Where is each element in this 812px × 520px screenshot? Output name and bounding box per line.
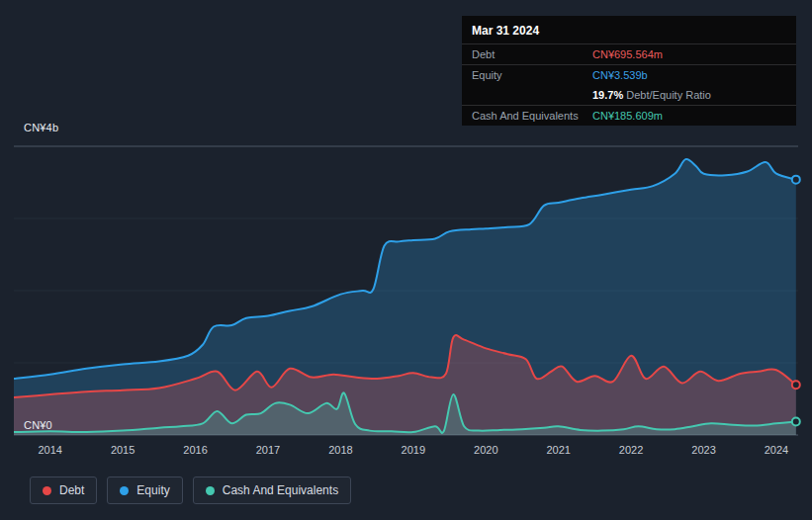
x-tick-label: 2024 bbox=[765, 444, 788, 456]
tooltip-equity-label: Equity bbox=[472, 69, 592, 81]
y-axis-label-bottom: CN¥0 bbox=[24, 419, 52, 431]
x-tick-label: 2019 bbox=[402, 444, 425, 456]
cash-dot-icon bbox=[206, 486, 215, 495]
debt-equity-history-chart: CN¥4b CN¥0 20142015201620172018201920202… bbox=[0, 0, 812, 520]
legend-item-equity[interactable]: Equity bbox=[107, 477, 182, 504]
x-tick-label: 2014 bbox=[38, 444, 61, 456]
x-tick-label: 2015 bbox=[111, 444, 135, 456]
ratio-label: Debt/Equity Ratio bbox=[626, 89, 711, 101]
y-axis-label-top: CN¥4b bbox=[24, 122, 58, 133]
tooltip-cash-label: Cash And Equivalents bbox=[472, 110, 592, 122]
x-tick-label: 2017 bbox=[256, 444, 280, 456]
legend-item-debt[interactable]: Debt bbox=[30, 477, 97, 504]
debt-dot-icon bbox=[43, 486, 51, 495]
x-tick-label: 2022 bbox=[619, 444, 643, 456]
x-tick-label: 2018 bbox=[328, 444, 352, 456]
legend-item-cash[interactable]: Cash And Equivalents bbox=[193, 477, 351, 504]
tooltip-row-ratio: 19.7% Debt/Equity Ratio bbox=[462, 85, 796, 105]
tooltip-debt-label: Debt bbox=[472, 48, 592, 60]
legend-equity-label: Equity bbox=[136, 483, 169, 497]
tooltip-row-debt: Debt CN¥695.564m bbox=[462, 43, 796, 64]
ratio-percent: 19.7% bbox=[592, 89, 623, 101]
tooltip-cash-value: CN¥185.609m bbox=[592, 110, 663, 122]
tooltip-debt-value: CN¥695.564m bbox=[592, 48, 663, 60]
legend-cash-label: Cash And Equivalents bbox=[223, 483, 338, 497]
legend-debt-label: Debt bbox=[59, 483, 84, 497]
tooltip-ratio-value: 19.7% Debt/Equity Ratio bbox=[592, 89, 711, 101]
x-tick-label: 2021 bbox=[546, 444, 570, 456]
tooltip-row-equity: Equity CN¥3.539b bbox=[462, 64, 796, 85]
legend: Debt Equity Cash And Equivalents bbox=[30, 477, 351, 504]
x-tick-label: 2020 bbox=[474, 444, 497, 456]
tooltip-date: Mar 31 2024 bbox=[462, 16, 796, 43]
x-tick-label: 2016 bbox=[183, 444, 207, 456]
x-tick-label: 2023 bbox=[691, 444, 715, 456]
tooltip-equity-value: CN¥3.539b bbox=[592, 69, 648, 81]
equity-dot-icon bbox=[120, 486, 129, 495]
tooltip: Mar 31 2024 Debt CN¥695.564m Equity CN¥3… bbox=[462, 16, 796, 126]
tooltip-row-cash: Cash And Equivalents CN¥185.609m bbox=[462, 105, 796, 126]
x-axis: 2014201520162017201820192020202120222023… bbox=[0, 444, 812, 460]
